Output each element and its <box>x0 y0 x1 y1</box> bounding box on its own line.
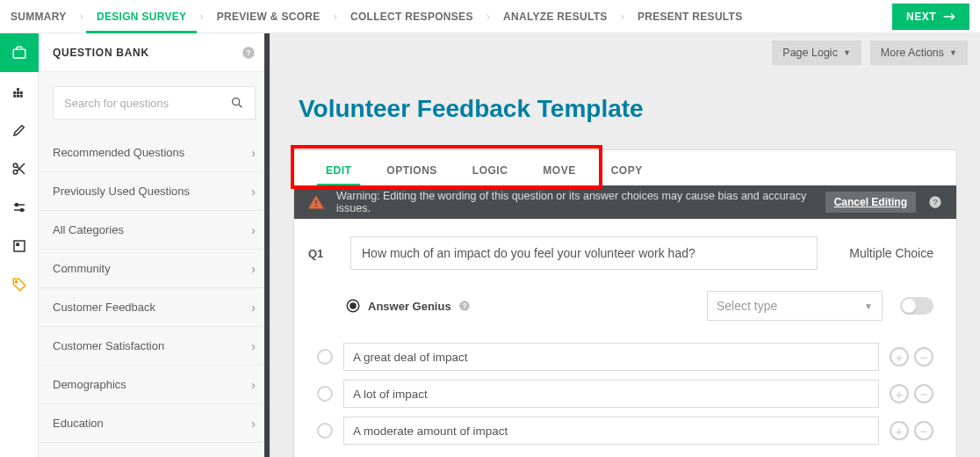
answer-choice-input[interactable] <box>343 343 879 371</box>
question-number: Q1 <box>308 247 333 260</box>
left-rail <box>0 33 39 457</box>
rail-item-format[interactable] <box>0 227 39 265</box>
help-icon[interactable]: ? <box>241 46 256 60</box>
tab-options[interactable]: OPTIONS <box>369 154 455 185</box>
search-box[interactable] <box>53 86 256 120</box>
add-choice-button[interactable]: + <box>890 347 909 366</box>
scrollbar[interactable] <box>264 33 270 457</box>
tab-edit[interactable]: EDIT <box>308 154 369 185</box>
radio-icon <box>317 349 333 365</box>
top-nav: SUMMARY › DESIGN SURVEY › PREVIEW & SCOR… <box>0 0 980 33</box>
answer-choice-row: + − <box>308 375 933 412</box>
step-present-results[interactable]: PRESENT RESULTS <box>627 0 753 33</box>
page-toolbar: Page Logic▼ More Actions▼ <box>270 33 980 72</box>
chevron-right-icon: › <box>251 185 256 199</box>
next-button[interactable]: NEXT <box>892 4 969 30</box>
square-icon <box>11 238 27 254</box>
svg-text:?: ? <box>462 302 466 310</box>
caret-down-icon: ▼ <box>949 48 957 57</box>
category-education[interactable]: Education› <box>39 404 270 443</box>
remove-choice-button[interactable]: − <box>914 384 933 403</box>
rail-item-appearance[interactable] <box>0 111 39 149</box>
step-collect-responses[interactable]: COLLECT RESPONSES <box>340 0 484 33</box>
progress-steps: SUMMARY › DESIGN SURVEY › PREVIEW & SCOR… <box>0 0 753 33</box>
remove-choice-button[interactable]: − <box>914 347 933 366</box>
step-preview-score[interactable]: PREVIEW & SCORE <box>206 0 331 33</box>
svg-rect-19 <box>315 206 317 207</box>
svg-text:?: ? <box>933 198 937 207</box>
rail-item-logic[interactable] <box>0 149 39 188</box>
step-analyze-results[interactable]: ANALYZE RESULTS <box>493 0 618 33</box>
svg-rect-2 <box>13 95 16 98</box>
chevron-right-icon: › <box>77 10 86 23</box>
chevron-right-icon: › <box>251 339 256 353</box>
rail-item-options[interactable] <box>0 188 39 227</box>
svg-rect-18 <box>315 200 317 205</box>
category-all[interactable]: All Categories› <box>39 211 270 250</box>
chevron-right-icon: › <box>251 262 256 276</box>
chevron-right-icon: › <box>251 223 256 237</box>
svg-point-11 <box>21 209 24 212</box>
page-logic-button[interactable]: Page Logic▼ <box>772 40 861 65</box>
answer-genius-label: Answer Genius ? <box>345 298 471 314</box>
category-previously-used[interactable]: Previously Used Questions› <box>39 172 270 211</box>
rail-item-branding[interactable] <box>0 265 39 304</box>
briefcase-icon <box>11 45 27 61</box>
svg-point-10 <box>16 204 18 207</box>
tab-move[interactable]: MOVE <box>525 154 593 185</box>
tab-logic[interactable]: LOGIC <box>455 154 526 185</box>
help-icon[interactable]: ? <box>458 300 471 312</box>
grid-icon <box>11 83 27 99</box>
add-choice-button[interactable]: + <box>890 384 909 403</box>
svg-rect-1 <box>13 91 16 94</box>
survey-title[interactable]: Volunteer Feedback Template <box>299 95 957 123</box>
svg-rect-5 <box>17 95 19 98</box>
chevron-right-icon: › <box>251 301 256 315</box>
question-type-select[interactable]: Multiple Choice <box>835 246 933 260</box>
answer-choice-input[interactable] <box>343 380 879 408</box>
category-customer-feedback[interactable]: Customer Feedback› <box>39 288 270 327</box>
warning-bar: Warning: Editing the wording of this que… <box>294 185 956 219</box>
scissors-icon <box>11 161 27 177</box>
step-design-survey[interactable]: DESIGN SURVEY <box>86 0 197 33</box>
svg-rect-7 <box>20 95 23 98</box>
category-recommended[interactable]: Recommended Questions› <box>39 134 270 172</box>
pencil-icon <box>11 122 27 138</box>
category-community[interactable]: Community› <box>39 250 270 288</box>
rail-item-builder[interactable] <box>0 72 39 111</box>
category-customer-satisfaction[interactable]: Customer Satisfaction› <box>39 327 270 366</box>
tab-copy[interactable]: COPY <box>594 154 660 185</box>
question-text-input[interactable] <box>350 236 818 270</box>
sidebar-title: QUESTION BANK <box>53 47 149 59</box>
radio-icon <box>317 386 333 402</box>
chevron-right-icon: › <box>331 10 340 23</box>
sliders-icon <box>11 199 27 215</box>
cancel-editing-button[interactable]: Cancel Editing <box>825 192 916 213</box>
answer-genius-toggle[interactable] <box>900 297 933 315</box>
more-actions-button[interactable]: More Actions▼ <box>870 40 968 65</box>
target-icon <box>345 298 361 314</box>
select-type-dropdown[interactable]: Select type ▼ <box>707 291 883 321</box>
radio-icon <box>317 423 333 439</box>
chevron-right-icon: › <box>251 378 256 392</box>
category-demographics[interactable]: Demographics› <box>39 366 270 404</box>
svg-point-23 <box>350 303 356 308</box>
remove-choice-button[interactable]: − <box>914 421 933 440</box>
svg-rect-4 <box>17 91 19 94</box>
search-input[interactable] <box>64 97 230 110</box>
rail-item-question-bank[interactable] <box>0 33 39 72</box>
chevron-right-icon: › <box>251 417 256 431</box>
next-button-label: NEXT <box>906 11 936 23</box>
svg-rect-13 <box>17 243 18 245</box>
chevron-right-icon: › <box>618 10 627 23</box>
add-choice-button[interactable]: + <box>890 421 909 440</box>
help-icon[interactable]: ? <box>928 195 942 209</box>
answer-choice-row: + − <box>308 338 933 375</box>
svg-point-14 <box>16 281 18 283</box>
sidebar-header: QUESTION BANK ? <box>39 33 270 72</box>
answer-choice-input[interactable] <box>343 417 879 445</box>
svg-text:?: ? <box>246 48 251 57</box>
question-card: EDIT OPTIONS LOGIC MOVE COPY Warning: Ed… <box>293 149 957 457</box>
warning-icon <box>308 195 324 209</box>
step-summary[interactable]: SUMMARY <box>0 0 77 33</box>
